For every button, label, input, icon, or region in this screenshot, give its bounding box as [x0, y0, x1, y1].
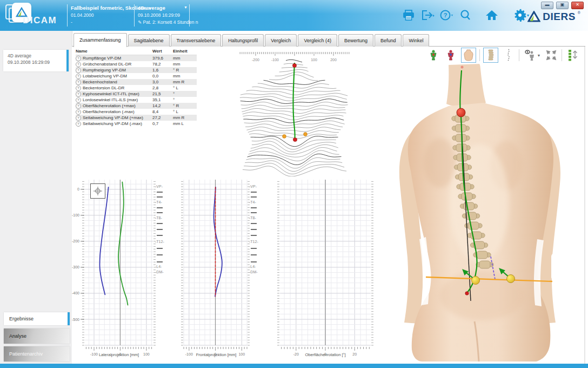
frontal-projection-chart: -1000100	[184, 180, 247, 345]
posture-markers-green-icon[interactable]	[426, 48, 440, 62]
spine-view-button[interactable]	[483, 48, 498, 63]
svg-text:-400: -400	[72, 291, 79, 295]
vertebra-label-vp: -VP-	[249, 185, 257, 188]
patient-name: Fallbeispiel formetric, Skoliose	[71, 5, 146, 11]
maximize-button[interactable]: ▣	[556, 2, 569, 9]
tab-sagittalebene[interactable]: Sagittalebene	[128, 34, 170, 47]
svg-text:-300: -300	[72, 265, 79, 269]
info-icon[interactable]: ?	[76, 109, 81, 115]
table-row: ?Oberflächenrotation (+max)14,2° R	[76, 103, 197, 109]
vertebra-tick	[157, 192, 163, 193]
model-visibility-button[interactable]: ▼	[523, 48, 541, 62]
info-icon[interactable]: ?	[76, 62, 81, 67]
surface-view-button[interactable]	[461, 48, 476, 63]
header-divider	[134, 4, 135, 27]
home-button[interactable]	[484, 8, 499, 23]
patient-extra: -	[71, 19, 131, 25]
edit-pencil-icon[interactable]: ✎	[138, 19, 142, 25]
tab-vergleich[interactable]: Vergleich	[265, 34, 297, 47]
vp-marker	[457, 108, 465, 117]
svg-text:100: 100	[311, 58, 317, 62]
tab-transversalebene[interactable]: Transversalebene	[171, 34, 222, 47]
vertebra-tick	[157, 196, 163, 198]
table-row: ?Oberflächenrotation (-max)8,4° L	[76, 109, 197, 115]
svg-text:-200: -200	[72, 239, 79, 243]
minimize-button[interactable]: ▬	[541, 2, 553, 9]
vertebra-tick	[251, 196, 257, 198]
print-button[interactable]	[401, 8, 416, 23]
chevron-down-icon[interactable]: ▼	[184, 5, 188, 9]
info-icon[interactable]: ?	[76, 121, 81, 127]
tab-bar: ZusammenfassungSagittalebeneTransversale…	[74, 32, 430, 47]
vertebra-tick	[157, 212, 163, 213]
dm-marker	[465, 292, 469, 295]
col-einheit: Einheit	[173, 48, 197, 55]
header-icon-row: ? ▼	[401, 8, 531, 23]
pan-tool-button[interactable]	[90, 183, 105, 199]
info-icon[interactable]: ?	[76, 115, 81, 121]
dl-marker	[472, 277, 480, 285]
chart-title-rotation: Oberflächenrotation [°]	[280, 352, 371, 357]
marker-list-button[interactable]	[565, 48, 582, 62]
info-icon[interactable]: ?	[76, 74, 81, 79]
selected-scan-card[interactable]: 4D average 09.10.2008 16:29:09	[3, 50, 69, 71]
render-gap	[551, 253, 558, 280]
vertebra-tick	[157, 248, 163, 249]
scan-title: 4D average	[8, 53, 69, 58]
info-icon[interactable]: ?	[76, 91, 81, 97]
fullscreen-icon[interactable]	[544, 48, 558, 62]
sidebar-item-ergebnisse[interactable]: Ergebnisse	[4, 312, 70, 325]
table-row: ?Kyphosewinkel ICT-ITL (max)21,5°	[76, 91, 197, 97]
vertebra-label-t12: -T12-	[249, 240, 258, 244]
export-button[interactable]	[420, 8, 435, 23]
info-icon[interactable]: ?	[76, 97, 81, 103]
table-body: ?Rumpflänge VP-DM379,6mm?Grübchenabstand…	[76, 55, 197, 127]
close-button[interactable]: ✕	[571, 2, 584, 9]
vertebra-label-t12: -T12-	[155, 240, 164, 244]
vertebra-tick	[251, 248, 257, 249]
surface-rotation-chart: -20020	[280, 180, 371, 345]
info-icon[interactable]: ?	[76, 103, 81, 109]
tab-vergleich-4[interactable]: Vergleich (4)	[298, 34, 337, 47]
vertebra-tick	[251, 229, 257, 230]
search-icon[interactable]	[458, 8, 473, 23]
vertebra-tick	[251, 192, 257, 193]
vertebra-tick	[157, 207, 163, 208]
torso-3d-model[interactable]	[379, 63, 580, 362]
app-name: DICAM	[23, 15, 57, 26]
tab-befund[interactable]: Befund	[375, 34, 402, 47]
info-icon[interactable]: ?	[76, 80, 81, 85]
table-row: ?Lordosewinkel ITL-ILS (max)35,1°	[76, 97, 197, 103]
svg-text:0: 0	[77, 187, 79, 191]
sidebar-item-analyse[interactable]: Analyse	[4, 328, 70, 344]
tab-zusammenfassung[interactable]: Zusammenfassung	[74, 33, 127, 47]
results-table: Name Wert Einheit ?Rumpflänge VP-DM379,6…	[76, 48, 197, 127]
table-row: ?Beckenhochstand3,0mm R	[76, 79, 197, 85]
tab-winkel[interactable]: Winkel	[403, 34, 429, 47]
sidebar-item-patientenarchiv[interactable]: Patientenarchiv	[4, 346, 70, 362]
col-wert: Wert	[152, 48, 173, 55]
posture-markers-red-icon[interactable]	[444, 48, 458, 62]
table-row: ?Lotabweichung VP-DM0,0mm	[76, 73, 197, 79]
vertebra-label-dm: -DM-	[249, 270, 258, 274]
tab-haltungsprofil[interactable]: Haltungsprofil	[222, 34, 264, 47]
info-icon[interactable]: ?	[76, 86, 81, 91]
info-icon[interactable]: ?	[76, 68, 81, 73]
toolbar-divider	[479, 49, 480, 61]
toolbar-divider	[562, 49, 562, 61]
patient-selector[interactable]: Fallbeispiel formetric, Skoliose ▼ 01.04…	[71, 5, 131, 25]
vertebra-label-l4: -L4-	[155, 265, 162, 268]
tab-bewertung[interactable]: Bewertung	[338, 34, 373, 47]
spine-curve-icon[interactable]	[502, 48, 516, 62]
vertebra-label-t8: -T8-	[249, 216, 256, 220]
measurement-name: 4D average	[138, 5, 165, 11]
crosshair-icon	[93, 186, 103, 196]
svg-text:200: 200	[330, 58, 337, 62]
vertebra-tick	[251, 212, 257, 213]
help-button[interactable]: ?	[439, 8, 454, 23]
measurement-selector[interactable]: 4D average ▼ 09.10.2008 16:29:09 ✎ Pat. …	[138, 5, 188, 25]
brand-name: DIERS	[543, 11, 576, 23]
svg-text:-100: -100	[72, 213, 79, 217]
svg-text:?: ?	[444, 12, 447, 18]
info-icon[interactable]: ?	[76, 56, 81, 61]
